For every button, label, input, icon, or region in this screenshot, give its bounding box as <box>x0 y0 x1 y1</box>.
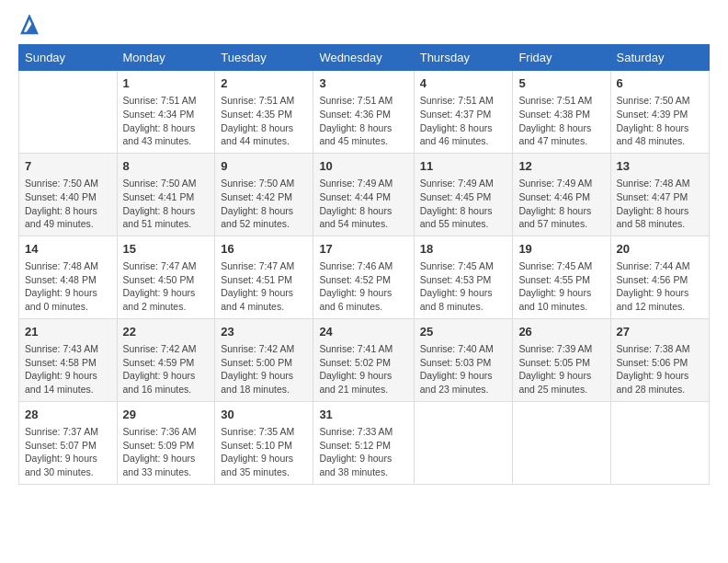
day-number: 2 <box>221 75 307 92</box>
calendar-cell: 7 Sunrise: 7:50 AM Sunset: 4:40 PM Dayli… <box>19 153 118 236</box>
day-number: 17 <box>319 241 407 258</box>
calendar-cell: 19 Sunrise: 7:45 AM Sunset: 4:55 PM Dayl… <box>513 236 610 318</box>
daylight: Daylight: 8 hours and 55 minutes. <box>420 205 493 230</box>
daylight: Daylight: 8 hours and 54 minutes. <box>319 205 392 230</box>
sunrise: Sunrise: 7:51 AM <box>123 95 197 106</box>
sunrise: Sunrise: 7:49 AM <box>319 178 392 189</box>
calendar-week-2: 7 Sunrise: 7:50 AM Sunset: 4:40 PM Dayli… <box>19 153 710 236</box>
sunrise: Sunrise: 7:51 AM <box>319 95 392 106</box>
sunrise: Sunrise: 7:48 AM <box>617 178 690 189</box>
day-number: 18 <box>420 241 507 258</box>
sunrise: Sunrise: 7:50 AM <box>221 178 294 189</box>
calendar-cell: 4 Sunrise: 7:51 AM Sunset: 4:37 PM Dayli… <box>414 71 513 154</box>
calendar-week-1: 1 Sunrise: 7:51 AM Sunset: 4:34 PM Dayli… <box>19 71 710 154</box>
sunrise: Sunrise: 7:42 AM <box>221 343 294 354</box>
daylight: Daylight: 8 hours and 43 minutes. <box>123 122 196 147</box>
day-number: 22 <box>123 324 210 340</box>
sunset: Sunset: 4:36 PM <box>319 109 391 120</box>
day-number: 13 <box>617 158 704 175</box>
daylight: Daylight: 9 hours and 8 minutes. <box>420 287 493 312</box>
sunset: Sunset: 5:03 PM <box>420 357 492 368</box>
sunset: Sunset: 4:45 PM <box>420 191 492 202</box>
sunrise: Sunrise: 7:36 AM <box>123 426 197 437</box>
calendar-cell: 1 Sunrise: 7:51 AM Sunset: 4:34 PM Dayli… <box>117 71 215 154</box>
sunset: Sunset: 4:35 PM <box>221 109 292 120</box>
calendar-cell: 20 Sunrise: 7:44 AM Sunset: 4:56 PM Dayl… <box>610 236 710 318</box>
day-number: 20 <box>617 241 704 258</box>
sunrise: Sunrise: 7:46 AM <box>319 260 392 271</box>
sunset: Sunset: 5:05 PM <box>518 357 590 368</box>
daylight: Daylight: 8 hours and 48 minutes. <box>617 122 689 147</box>
day-number: 11 <box>420 158 507 175</box>
sunrise: Sunrise: 7:35 AM <box>221 426 294 437</box>
day-header-sunday: Sunday <box>19 45 118 71</box>
day-number: 4 <box>420 75 507 92</box>
sunrise: Sunrise: 7:47 AM <box>221 260 294 271</box>
daylight: Daylight: 8 hours and 57 minutes. <box>518 205 591 230</box>
daylight: Daylight: 9 hours and 10 minutes. <box>518 287 591 312</box>
logo <box>18 15 39 35</box>
sunrise: Sunrise: 7:33 AM <box>319 426 392 437</box>
calendar-cell: 8 Sunrise: 7:50 AM Sunset: 4:41 PM Dayli… <box>117 153 215 236</box>
calendar-header-row: SundayMondayTuesdayWednesdayThursdayFrid… <box>19 45 710 71</box>
calendar-cell: 26 Sunrise: 7:39 AM Sunset: 5:05 PM Dayl… <box>513 318 610 401</box>
sunrise: Sunrise: 7:44 AM <box>617 260 690 271</box>
calendar-cell: 3 Sunrise: 7:51 AM Sunset: 4:36 PM Dayli… <box>313 71 414 154</box>
calendar-cell: 12 Sunrise: 7:49 AM Sunset: 4:46 PM Dayl… <box>513 153 610 236</box>
day-header-saturday: Saturday <box>610 45 710 71</box>
calendar-cell <box>513 401 610 484</box>
day-number: 3 <box>319 75 407 92</box>
sunset: Sunset: 4:42 PM <box>221 191 292 202</box>
calendar-cell: 23 Sunrise: 7:42 AM Sunset: 5:00 PM Dayl… <box>215 318 313 401</box>
calendar-cell: 10 Sunrise: 7:49 AM Sunset: 4:44 PM Dayl… <box>313 153 414 236</box>
daylight: Daylight: 9 hours and 38 minutes. <box>319 453 392 477</box>
sunrise: Sunrise: 7:50 AM <box>617 95 690 106</box>
sunset: Sunset: 4:47 PM <box>617 191 688 202</box>
sunset: Sunset: 4:55 PM <box>518 274 590 285</box>
daylight: Daylight: 9 hours and 0 minutes. <box>25 287 97 312</box>
calendar-cell: 30 Sunrise: 7:35 AM Sunset: 5:10 PM Dayl… <box>215 401 313 484</box>
sunset: Sunset: 4:38 PM <box>518 109 590 120</box>
calendar-cell: 25 Sunrise: 7:40 AM Sunset: 5:03 PM Dayl… <box>414 318 513 401</box>
sunrise: Sunrise: 7:49 AM <box>420 178 494 189</box>
day-number: 5 <box>518 75 604 92</box>
day-number: 31 <box>319 407 407 423</box>
day-number: 14 <box>25 241 111 258</box>
sunset: Sunset: 4:53 PM <box>420 274 492 285</box>
calendar-cell: 28 Sunrise: 7:37 AM Sunset: 5:07 PM Dayl… <box>19 401 118 484</box>
day-number: 23 <box>221 324 307 340</box>
calendar-week-3: 14 Sunrise: 7:48 AM Sunset: 4:48 PM Dayl… <box>19 236 710 318</box>
calendar-cell: 11 Sunrise: 7:49 AM Sunset: 4:45 PM Dayl… <box>414 153 513 236</box>
logo-icon <box>20 15 39 35</box>
sunset: Sunset: 4:39 PM <box>617 109 688 120</box>
daylight: Daylight: 9 hours and 21 minutes. <box>319 370 392 395</box>
calendar-cell <box>19 71 118 154</box>
daylight: Daylight: 8 hours and 46 minutes. <box>420 122 493 147</box>
day-number: 10 <box>319 158 407 175</box>
sunset: Sunset: 4:58 PM <box>25 357 97 368</box>
calendar-cell: 22 Sunrise: 7:42 AM Sunset: 4:59 PM Dayl… <box>117 318 215 401</box>
daylight: Daylight: 9 hours and 18 minutes. <box>221 370 293 395</box>
calendar-cell <box>414 401 513 484</box>
calendar-cell: 18 Sunrise: 7:45 AM Sunset: 4:53 PM Dayl… <box>414 236 513 318</box>
daylight: Daylight: 8 hours and 47 minutes. <box>518 122 591 147</box>
daylight: Daylight: 9 hours and 23 minutes. <box>420 370 493 395</box>
daylight: Daylight: 9 hours and 4 minutes. <box>221 287 293 312</box>
calendar-cell: 5 Sunrise: 7:51 AM Sunset: 4:38 PM Dayli… <box>513 71 610 154</box>
day-number: 8 <box>123 158 210 175</box>
day-header-monday: Monday <box>117 45 215 71</box>
sunset: Sunset: 4:56 PM <box>617 274 688 285</box>
calendar-cell: 27 Sunrise: 7:38 AM Sunset: 5:06 PM Dayl… <box>610 318 710 401</box>
calendar-cell <box>610 401 710 484</box>
day-number: 24 <box>319 324 407 340</box>
calendar-cell: 16 Sunrise: 7:47 AM Sunset: 4:51 PM Dayl… <box>215 236 313 318</box>
daylight: Daylight: 9 hours and 30 minutes. <box>25 453 97 477</box>
sunset: Sunset: 5:10 PM <box>221 440 292 451</box>
sunrise: Sunrise: 7:39 AM <box>518 343 592 354</box>
daylight: Daylight: 8 hours and 51 minutes. <box>123 205 196 230</box>
day-number: 19 <box>518 241 604 258</box>
daylight: Daylight: 9 hours and 6 minutes. <box>319 287 392 312</box>
sunrise: Sunrise: 7:40 AM <box>420 343 494 354</box>
daylight: Daylight: 8 hours and 45 minutes. <box>319 122 392 147</box>
sunrise: Sunrise: 7:37 AM <box>25 426 98 437</box>
